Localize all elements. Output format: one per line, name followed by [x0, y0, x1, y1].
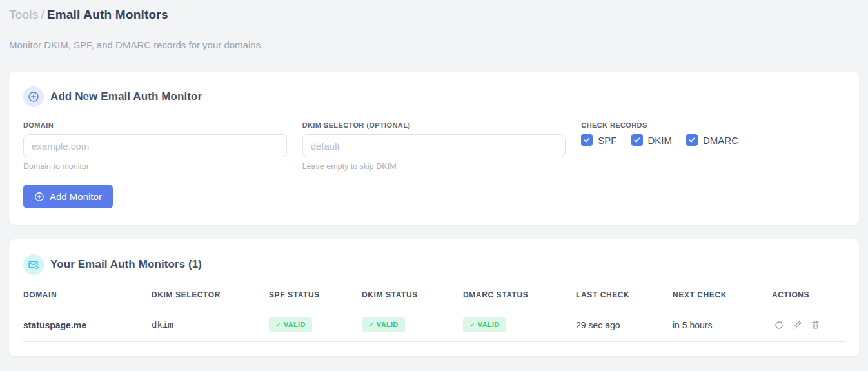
- domain-field-hint: Domain to monitor: [23, 162, 287, 171]
- check-records-group: CHECK RECORDS SPF DKIM: [581, 121, 845, 171]
- domain-field-group: DOMAIN Domain to monitor: [23, 121, 287, 171]
- column-header-domain: DOMAIN: [23, 290, 152, 308]
- column-header-dmarc-status: DMARC STATUS: [463, 290, 576, 308]
- dmarc-status-badge: ✓ VALID: [463, 317, 506, 332]
- monitor-dkim-selector: dkim: [152, 308, 269, 342]
- envelope-check-icon: [23, 254, 44, 275]
- spf-checkbox-item[interactable]: SPF: [581, 134, 616, 146]
- spf-checkbox[interactable]: [581, 134, 593, 146]
- monitor-actions: [772, 320, 845, 330]
- dkim-selector-field-label: DKIM SELECTOR (OPTIONAL): [302, 121, 566, 129]
- column-header-dkim-status: DKIM STATUS: [362, 290, 463, 308]
- column-header-actions: ACTIONS: [772, 290, 845, 308]
- breadcrumb-tools-link[interactable]: Tools: [9, 8, 38, 21]
- plus-circle-icon: [34, 192, 44, 202]
- column-header-dkim-selector: DKIM SELECTOR: [152, 290, 269, 308]
- monitors-table: DOMAIN DKIM SELECTOR SPF STATUS DKIM STA…: [23, 290, 845, 342]
- domain-input[interactable]: [23, 134, 287, 157]
- page-subtitle: Monitor DKIM, SPF, and DMARC records for…: [9, 39, 859, 50]
- dkim-checkbox-label: DKIM: [648, 135, 673, 146]
- monitor-last-check: 29 sec ago: [576, 308, 673, 342]
- monitors-card: Your Email Auth Monitors (1) DOMAIN DKIM…: [9, 239, 859, 356]
- monitors-card-header: Your Email Auth Monitors (1): [23, 254, 845, 275]
- add-monitor-button-label: Add Monitor: [50, 191, 102, 202]
- breadcrumb-separator: /: [38, 8, 46, 21]
- dmarc-checkbox[interactable]: [686, 134, 698, 146]
- refresh-icon[interactable]: [774, 320, 784, 330]
- domain-field-label: DOMAIN: [23, 121, 287, 129]
- email-auth-monitors-page: Tools/Email Auth Monitors Monitor DKIM, …: [0, 0, 868, 365]
- spf-status-badge: ✓ VALID: [269, 317, 312, 332]
- dkim-checkbox[interactable]: [631, 134, 643, 146]
- edit-icon[interactable]: [793, 320, 802, 330]
- page-title: Email Auth Monitors: [47, 8, 168, 21]
- dkim-checkbox-item[interactable]: DKIM: [631, 134, 673, 146]
- add-monitor-card: Add New Email Auth Monitor DOMAIN Domain…: [9, 72, 859, 225]
- breadcrumb: Tools/Email Auth Monitors: [9, 8, 859, 22]
- dmarc-checkbox-label: DMARC: [703, 135, 738, 146]
- check-records-row: SPF DKIM DMARC: [581, 134, 845, 146]
- monitor-domain: statuspage.me: [23, 308, 152, 342]
- column-header-last-check: LAST CHECK: [576, 290, 673, 308]
- add-monitor-button[interactable]: Add Monitor: [23, 185, 113, 208]
- dkim-status-badge: ✓ VALID: [362, 317, 405, 332]
- spf-checkbox-label: SPF: [598, 135, 616, 146]
- delete-icon[interactable]: [811, 320, 820, 330]
- table-row: statuspage.me dkim ✓ VALID ✓ VALID ✓ VAL…: [23, 308, 845, 342]
- dmarc-checkbox-item[interactable]: DMARC: [686, 134, 738, 146]
- monitor-next-check: in 5 hours: [673, 308, 772, 342]
- check-records-label: CHECK RECORDS: [581, 121, 845, 129]
- monitors-table-header-row: DOMAIN DKIM SELECTOR SPF STATUS DKIM STA…: [23, 290, 845, 308]
- dkim-selector-field-group: DKIM SELECTOR (OPTIONAL) Leave empty to …: [302, 121, 566, 171]
- dkim-selector-field-hint: Leave empty to skip DKIM: [302, 162, 566, 171]
- add-monitor-form: DOMAIN Domain to monitor DKIM SELECTOR (…: [23, 121, 845, 171]
- plus-circle-icon: [23, 86, 44, 107]
- add-monitor-card-title: Add New Email Auth Monitor: [50, 90, 202, 103]
- monitors-card-title: Your Email Auth Monitors (1): [50, 258, 202, 271]
- column-header-spf-status: SPF STATUS: [269, 290, 362, 308]
- add-monitor-card-header: Add New Email Auth Monitor: [23, 86, 845, 107]
- column-header-next-check: NEXT CHECK: [673, 290, 772, 308]
- dkim-selector-input[interactable]: [302, 134, 566, 157]
